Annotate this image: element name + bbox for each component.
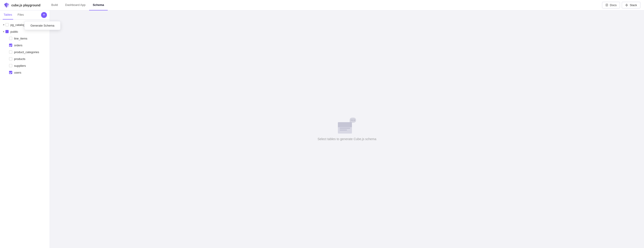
- tree-item-products[interactable]: products: [7, 55, 50, 62]
- line-items-checkbox[interactable]: [9, 37, 12, 40]
- sidebar-tabs: Tables Files + Generate Schema: [0, 11, 50, 20]
- svg-rect-13: [626, 6, 627, 6]
- main-layout: Tables Files + Generate Schema ▼ pg_cata…: [0, 11, 644, 248]
- bubble-dot-2: [352, 120, 353, 120]
- content-area: Select tables to generate Cube.js schema: [50, 11, 644, 248]
- sidebar-tab-files[interactable]: Files: [17, 11, 25, 20]
- tree-item-orders[interactable]: orders: [7, 42, 50, 49]
- suppliers-label: suppliers: [14, 64, 26, 67]
- envelope-flap: [338, 122, 352, 127]
- envelope-line-1: [340, 128, 350, 129]
- bubble-dot-1: [351, 120, 352, 120]
- tree-item-users[interactable]: users: [7, 69, 50, 76]
- envelope-lines: [340, 128, 350, 130]
- logo-text: cube.js playground: [11, 4, 40, 7]
- users-label: users: [14, 71, 21, 74]
- docs-button[interactable]: Docs: [602, 2, 620, 9]
- public-folder-icon: [6, 30, 8, 33]
- svg-rect-10: [626, 4, 627, 5]
- nav-tabs: Build Dashboard App Schema: [48, 0, 602, 11]
- envelope-icon: [338, 122, 352, 134]
- header-right: Docs Slack: [602, 2, 640, 9]
- slack-icon: [625, 4, 628, 7]
- product-categories-checkbox[interactable]: [9, 50, 12, 54]
- public-children: line_items orders product_categories pro…: [0, 35, 50, 76]
- sidebar: Tables Files + Generate Schema ▼ pg_cata…: [0, 11, 50, 248]
- empty-state-text: Select tables to generate Cube.js schema: [318, 137, 376, 141]
- header: cube.js playground Build Dashboard App S…: [0, 0, 644, 11]
- dropdown-menu: Generate Schema: [24, 21, 60, 30]
- line-items-label: line_items: [14, 37, 28, 40]
- users-checkbox[interactable]: [9, 71, 12, 74]
- orders-checkbox[interactable]: [9, 44, 12, 47]
- empty-state-illustration: [338, 118, 356, 134]
- svg-rect-12: [627, 5, 628, 6]
- nav-tab-build[interactable]: Build: [48, 0, 62, 11]
- suppliers-checkbox[interactable]: [9, 64, 12, 67]
- envelope-line-2: [340, 130, 347, 130]
- bubble-dot-3: [354, 120, 355, 120]
- public-arrow-icon: ▼: [2, 30, 6, 33]
- pg-catalog-label: pg_catalog: [10, 23, 25, 27]
- sidebar-tree: ▼ pg_catalog ▼ public line_items orders: [0, 20, 50, 248]
- tree-item-suppliers[interactable]: suppliers: [7, 62, 50, 69]
- pg-catalog-arrow-icon: ▼: [2, 23, 6, 27]
- slack-button[interactable]: Slack: [622, 2, 640, 9]
- product-categories-label: product_categories: [14, 50, 39, 54]
- pg-catalog-checkbox[interactable]: [6, 23, 8, 26]
- sidebar-tab-tables[interactable]: Tables: [3, 11, 13, 20]
- nav-tab-schema[interactable]: Schema: [89, 0, 108, 11]
- generate-schema-item[interactable]: Generate Schema: [24, 22, 60, 29]
- orders-label: orders: [14, 44, 22, 47]
- tree-item-line-items[interactable]: line_items: [7, 35, 50, 42]
- svg-rect-11: [626, 5, 627, 6]
- tree-item-product-categories[interactable]: product_categories: [7, 49, 50, 55]
- products-label: products: [14, 57, 26, 61]
- chat-bubble-icon: [350, 118, 356, 123]
- add-icon: +: [43, 13, 45, 17]
- add-button[interactable]: + Generate Schema: [41, 12, 47, 18]
- products-checkbox[interactable]: [9, 57, 12, 60]
- nav-tab-dashboard-app[interactable]: Dashboard App: [62, 0, 89, 11]
- docs-icon: [606, 4, 609, 7]
- logo-area: cube.js playground: [4, 2, 40, 8]
- public-label: public: [10, 30, 18, 33]
- cube-logo-icon: [4, 2, 10, 8]
- empty-state: Select tables to generate Cube.js schema: [318, 118, 376, 141]
- svg-rect-9: [626, 5, 626, 6]
